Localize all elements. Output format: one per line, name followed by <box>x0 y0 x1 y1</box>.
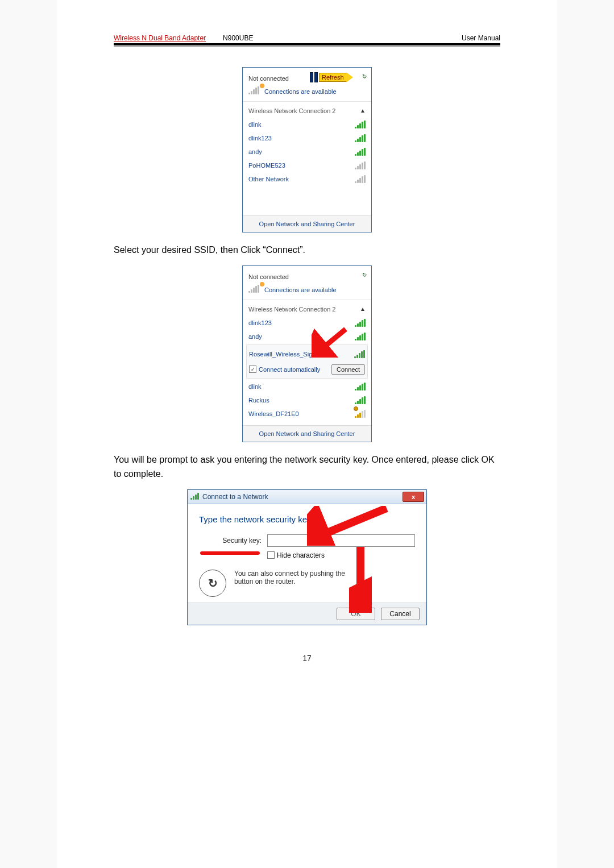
instruction-step-1: Select your desired SSID, then Click “Co… <box>114 243 500 258</box>
network-item[interactable]: Wireless_DF21E0 <box>248 407 366 421</box>
header-divider <box>114 47 500 47</box>
connections-available-label: Connections are available <box>264 286 337 293</box>
network-flyout-2: ↻ Not connected Connections are availabl… <box>242 265 372 442</box>
signal-icon <box>248 285 261 295</box>
wps-icon: ↻ <box>199 570 226 597</box>
network-item[interactable]: andy <box>248 145 366 159</box>
hide-characters-label: Hide characters <box>277 551 325 559</box>
signal-bars-icon <box>355 319 366 327</box>
security-key-label: Security key: <box>199 537 267 545</box>
refresh-button[interactable]: Refresh <box>319 73 347 82</box>
refresh-annotation: Refresh <box>310 72 353 82</box>
close-button[interactable]: x <box>403 492 424 502</box>
network-item[interactable]: dlink <box>248 380 366 393</box>
network-flyout-1: Refresh ↻ Not connected Connections are … <box>242 67 372 232</box>
connect-button[interactable]: Connect <box>331 364 365 375</box>
network-item[interactable]: Other Network <box>248 172 366 186</box>
product-name: Wireless N Dual Band Adapter <box>114 34 206 42</box>
connect-auto-checkbox[interactable]: ✓ <box>249 366 256 373</box>
connection-status: Not connected <box>248 75 289 82</box>
open-network-center-link[interactable]: Open Network and Sharing Center <box>259 430 355 437</box>
network-item-selected[interactable]: Rosewill_Wireless_Signal <box>249 351 321 358</box>
annotation-underline <box>200 551 260 555</box>
signal-bars-icon <box>355 333 366 340</box>
signal-bars-icon <box>355 383 366 391</box>
open-network-center-link[interactable]: Open Network and Sharing Center <box>259 221 355 227</box>
network-item[interactable]: PoHOME523 <box>248 159 366 172</box>
dialog-app-icon <box>190 492 199 501</box>
document-header: Wireless N Dual Band Adapter N900UBE Use… <box>114 34 500 45</box>
chevron-up-icon[interactable]: ▲ <box>360 306 366 313</box>
security-key-dialog: Connect to a Network x Type the network … <box>187 489 427 625</box>
page-number: 17 <box>114 654 500 663</box>
signal-bars-icon <box>355 175 366 183</box>
connections-available-label: Connections are available <box>264 88 337 95</box>
network-item[interactable]: dlink123 <box>248 131 366 145</box>
signal-bars-icon <box>355 121 366 128</box>
chevron-up-icon[interactable]: ▲ <box>360 107 366 114</box>
connection-status: Not connected <box>248 273 289 280</box>
signal-bars-icon <box>355 134 366 142</box>
network-item[interactable]: dlink <box>248 118 366 131</box>
signal-bars-icon <box>355 396 366 404</box>
sun-icon <box>260 282 264 286</box>
refresh-icon[interactable]: ↻ <box>362 73 367 80</box>
signal-bars-icon <box>355 148 366 156</box>
refresh-icon[interactable]: ↻ <box>362 272 367 278</box>
selected-network-box: Rosewill_Wireless_Signal ✓ Connect autom… <box>246 344 368 379</box>
model-number: N900UBE <box>223 34 253 42</box>
signal-bars-icon <box>354 350 365 358</box>
signal-bars-icon <box>355 161 366 169</box>
wps-hint: You can also connect by pushing the butt… <box>234 570 365 585</box>
annotation-arrow-icon <box>349 545 372 613</box>
doc-type: User Manual <box>462 34 500 42</box>
instruction-step-2: You will be prompt to ask you entering t… <box>114 452 500 481</box>
signal-bars-icon <box>355 410 366 418</box>
adapter-section-label: Wireless Network Connection 2 <box>248 107 335 114</box>
dialog-title: Connect to a Network <box>202 493 268 501</box>
cancel-button[interactable]: Cancel <box>381 608 420 620</box>
annotation-arrow-icon <box>312 326 351 358</box>
annotation-arrow-icon <box>307 506 392 546</box>
sun-icon <box>260 84 264 88</box>
signal-icon <box>248 86 261 97</box>
hide-characters-checkbox[interactable] <box>267 551 275 559</box>
connect-auto-label: Connect automatically <box>259 366 320 373</box>
adapter-section-label: Wireless Network Connection 2 <box>248 306 335 313</box>
network-item[interactable]: Ruckus <box>248 393 366 407</box>
